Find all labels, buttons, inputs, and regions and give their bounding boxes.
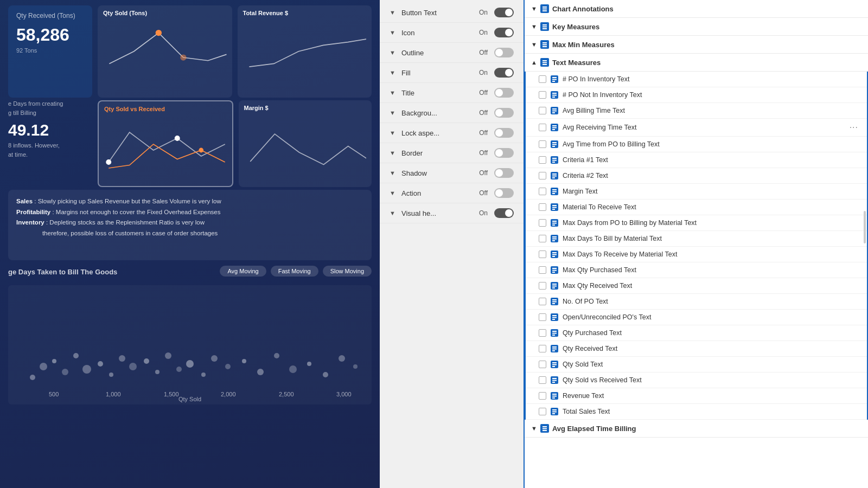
list-item-2[interactable]: Avg Billing Time Text [526, 103, 867, 119]
list-item-13[interactable]: Max Qty Received Text [526, 278, 867, 294]
item-checkbox-11[interactable] [539, 251, 546, 258]
svg-rect-50 [552, 77, 557, 78]
toggle-switch-2[interactable] [494, 48, 514, 57]
svg-rect-74 [552, 205, 557, 206]
svg-rect-109 [552, 382, 555, 383]
svg-text:1,000: 1,000 [106, 391, 121, 397]
svg-rect-102 [552, 349, 557, 350]
item-checkbox-9[interactable] [539, 219, 546, 227]
chevron-icon-5: ▼ [390, 110, 397, 116]
toggle-switch-9[interactable] [494, 188, 514, 198]
toggle-status-5: Off [479, 109, 488, 117]
toggle-switch-4[interactable] [494, 88, 514, 98]
item-checkbox-18[interactable] [539, 361, 546, 368]
list-item-11[interactable]: Max Days To Receive by Material Text [526, 247, 867, 262]
toggle-switch-8[interactable] [494, 168, 514, 178]
item-label-2: Avg Billing Time Text [563, 107, 858, 114]
svg-rect-80 [552, 236, 557, 237]
scrollbar[interactable] [864, 211, 866, 243]
big-sub: at time. [8, 151, 92, 158]
toggle-switch-0[interactable] [494, 8, 514, 17]
list-item-21[interactable]: Total Sales Text [526, 404, 867, 420]
list-item-14[interactable]: No. Of PO Text [526, 294, 867, 310]
section-chevron-4: ▼ [531, 425, 537, 432]
list-item-19[interactable]: Qty Sold vs Received Text [526, 373, 867, 388]
fast-moving-btn[interactable]: Fast Moving [271, 266, 318, 277]
svg-point-1 [180, 54, 186, 60]
svg-rect-60 [552, 127, 557, 129]
list-item-7[interactable]: Margin Text [526, 184, 867, 200]
item-checkbox-17[interactable] [539, 345, 546, 352]
list-item-15[interactable]: Open/Unreconciled PO's Text [526, 310, 867, 325]
item-icon-12 [551, 266, 558, 274]
svg-rect-43 [542, 28, 547, 29]
section-header-2[interactable]: ▼ Max Min Measures [525, 36, 868, 54]
svg-text:1,500: 1,500 [164, 391, 179, 397]
svg-rect-72 [552, 191, 557, 192]
list-item-6[interactable]: Criteria #2 Text [526, 168, 867, 184]
list-item-18[interactable]: Qty Sold Text [526, 357, 867, 373]
item-checkbox-21[interactable] [539, 408, 546, 415]
list-item-17[interactable]: Qty Received Text [526, 341, 867, 357]
item-checkbox-20[interactable] [539, 392, 546, 400]
list-item-9[interactable]: Max Days from PO to Billing by Material … [526, 215, 867, 231]
item-checkbox-19[interactable] [539, 376, 546, 384]
toggle-switch-1[interactable] [494, 28, 514, 37]
section-icon-3 [540, 58, 549, 67]
svg-rect-41 [542, 24, 547, 25]
section-header-3[interactable]: ▲ Text Measures [525, 54, 868, 72]
toggle-status-10: On [479, 209, 488, 217]
item-checkbox-14[interactable] [539, 298, 546, 305]
svg-point-17 [165, 352, 171, 359]
qty-received-value: 58,286 [16, 25, 84, 45]
toggle-knob-2 [495, 49, 503, 56]
toggle-switch-7[interactable] [494, 148, 514, 158]
item-checkbox-0[interactable] [539, 75, 546, 83]
item-checkbox-10[interactable] [539, 235, 546, 242]
item-checkbox-8[interactable] [539, 203, 546, 211]
control-row-4: ▼ Title Off [380, 83, 524, 103]
chevron-icon-2: ▼ [390, 49, 397, 56]
list-item-0[interactable]: # PO In Inventory Text [526, 72, 867, 87]
section-header-1[interactable]: ▼ Key Measures [525, 18, 868, 36]
svg-rect-63 [552, 144, 557, 145]
item-checkbox-12[interactable] [539, 266, 546, 274]
item-checkbox-15[interactable] [539, 313, 546, 321]
list-item-5[interactable]: Criteria #1 Text [526, 152, 867, 168]
svg-rect-103 [552, 350, 555, 351]
item-checkbox-5[interactable] [539, 156, 546, 164]
section-header-0[interactable]: ▼ Chart Annotations [525, 0, 868, 18]
item-checkbox-13[interactable] [539, 282, 546, 290]
list-item-1[interactable]: # PO Not In Inventory Text [526, 87, 867, 103]
item-checkbox-2[interactable] [539, 107, 546, 114]
avg-moving-btn[interactable]: Avg Moving [220, 266, 266, 277]
svg-point-0 [156, 30, 162, 36]
item-checkbox-3[interactable] [539, 124, 546, 131]
list-item-8[interactable]: Material To Receive Text [526, 200, 867, 215]
item-label-1: # PO Not In Inventory Text [563, 91, 858, 99]
item-icon-10 [551, 235, 558, 242]
item-checkbox-7[interactable] [539, 188, 546, 195]
toggle-switch-6[interactable] [494, 128, 514, 138]
list-item-12[interactable]: Max Qty Purchased Text [526, 262, 867, 278]
item-label-18: Qty Sold Text [563, 361, 858, 368]
toggle-switch-3[interactable] [494, 68, 514, 78]
section-header-4[interactable]: ▼ Avg Elapsed Time Billing [525, 420, 868, 438]
item-icon-14 [551, 298, 558, 305]
toggle-switch-10[interactable] [494, 208, 514, 218]
toggle-switch-5[interactable] [494, 108, 514, 118]
list-item-4[interactable]: Avg Time from PO to Billing Text [526, 137, 867, 152]
svg-point-18 [176, 367, 182, 372]
svg-rect-38 [542, 7, 547, 8]
toggle-status-9: Off [479, 189, 488, 197]
item-label-16: Qty Purchased Text [563, 329, 858, 337]
item-checkbox-6[interactable] [539, 172, 546, 179]
list-item-3[interactable]: Avg Receiving Time Text ··· [526, 119, 867, 137]
item-checkbox-1[interactable] [539, 91, 546, 99]
list-item-20[interactable]: Revenue Text [526, 388, 867, 404]
list-item-10[interactable]: Max Days To Bill by Material Text [526, 231, 867, 247]
slow-moving-btn[interactable]: Slow Moving [323, 266, 372, 277]
item-checkbox-16[interactable] [539, 329, 546, 337]
list-item-16[interactable]: Qty Purchased Text [526, 325, 867, 341]
item-checkbox-4[interactable] [539, 140, 546, 148]
